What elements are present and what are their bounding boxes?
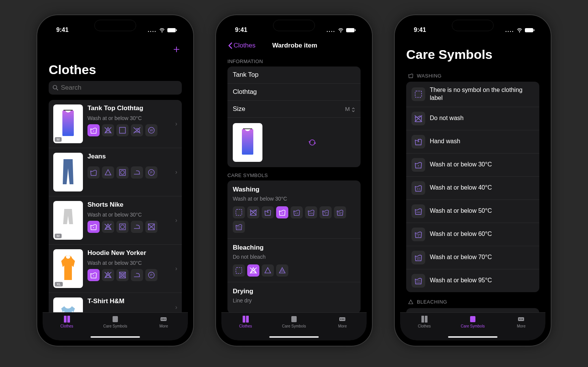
- status-time: 9:41: [56, 27, 68, 33]
- bleach-icon[interactable]: [262, 264, 274, 277]
- status-time: 9:41: [414, 27, 426, 33]
- clothing-thumbnail: M: [53, 201, 83, 240]
- reference-row[interactable]: Wash at or below 30°C: [406, 153, 539, 177]
- refresh-icon: [308, 138, 316, 147]
- clothing-thumbnail: M: [53, 104, 83, 143]
- wash-hand-icon: [412, 135, 425, 149]
- home-indicator[interactable]: [91, 336, 140, 338]
- search-input[interactable]: [61, 84, 178, 92]
- wash-30-icon: [87, 124, 100, 136]
- tab-care-symbols[interactable]: Care Symbols: [448, 315, 497, 336]
- no-symbol-icon[interactable]: [233, 264, 245, 277]
- clothing-thumbnail: [53, 297, 83, 312]
- bleach-no-icon[interactable]: [247, 264, 259, 277]
- bleaching-desc: Do not bleach: [233, 254, 355, 260]
- wash-no-icon[interactable]: [247, 206, 259, 218]
- bleach-nc-icon[interactable]: [276, 264, 288, 277]
- bleach-no-icon: [102, 269, 114, 281]
- svg-point-52: [522, 319, 523, 320]
- clothes-row[interactable]: XL Hoodie New Yorker Wash at or below 30…: [49, 245, 182, 293]
- bleach-icon: [408, 299, 414, 305]
- reference-row[interactable]: Do not wash: [406, 107, 539, 130]
- wash-no-icon: [412, 112, 425, 125]
- reference-row[interactable]: Hand wash: [406, 130, 539, 153]
- iron-icon: [131, 221, 143, 233]
- clothing-name: T-Shirt H&M: [87, 297, 171, 305]
- clothes-row[interactable]: M Shorts Nike Wash at or below 30°C: [49, 196, 182, 245]
- section-header: CARE SYMBOLS: [221, 167, 367, 180]
- reference-row[interactable]: Wash at or below 95°C: [406, 269, 539, 292]
- section-header-bleaching: BLEACHING: [406, 292, 539, 308]
- clothing-image[interactable]: [233, 123, 262, 162]
- wash-50-icon[interactable]: [305, 206, 317, 218]
- svg-rect-34: [113, 316, 118, 322]
- proc-w-icon: [145, 124, 157, 136]
- more-icon: [338, 315, 347, 323]
- wash-icon: [87, 166, 100, 179]
- proc-p-icon: [145, 166, 157, 179]
- bleaching-title: Bleaching: [233, 244, 355, 252]
- svg-point-37: [163, 319, 164, 320]
- bleach-icon: [102, 166, 114, 179]
- tab-clothes[interactable]: Clothes: [43, 315, 91, 336]
- reference-row[interactable]: Wash at or below 40°C: [406, 177, 539, 200]
- wash-40-icon: [412, 181, 425, 195]
- svg-rect-48: [470, 316, 475, 322]
- home-indicator[interactable]: [448, 336, 497, 338]
- no-symbol-icon[interactable]: [233, 206, 245, 218]
- search-field[interactable]: [49, 81, 182, 95]
- iron-no-icon: [131, 124, 143, 136]
- search-icon: [52, 85, 59, 91]
- info-card: Tank Top Clothtag Size M: [227, 66, 361, 167]
- reference-row[interactable]: Wash at or below 60°C: [406, 223, 539, 246]
- chevron-right-icon: ›: [175, 169, 177, 176]
- wash-95-icon[interactable]: [233, 221, 245, 233]
- wash-30-icon[interactable]: [276, 206, 288, 218]
- drying-desc: Line dry: [233, 297, 355, 304]
- label-icon: [289, 315, 299, 323]
- tab-more[interactable]: More: [140, 315, 188, 336]
- reference-row[interactable]: There is no symbol on the clothing label: [406, 308, 539, 312]
- wash-40-icon[interactable]: [291, 206, 303, 218]
- back-button[interactable]: Clothes: [227, 42, 256, 49]
- refresh-button[interactable]: [269, 138, 355, 147]
- size-badge: XL: [55, 282, 63, 286]
- wash-hand-icon[interactable]: [262, 206, 274, 218]
- no-symbol-icon: [412, 87, 425, 101]
- reference-row[interactable]: Wash at or below 50°C: [406, 200, 539, 223]
- clothes-row[interactable]: M Tank Top Clothtag Wash at or below 30°…: [49, 100, 182, 148]
- clothing-thumbnail: XL: [53, 249, 83, 288]
- label-icon: [468, 315, 477, 323]
- size-field[interactable]: Size M: [227, 101, 361, 118]
- home-indicator[interactable]: [269, 336, 319, 338]
- clothes-row[interactable]: T-Shirt H&M ›: [49, 293, 182, 312]
- clothes-row[interactable]: Jeans ›: [49, 148, 182, 196]
- svg-point-50: [519, 319, 520, 320]
- clothing-care-text: Wash at or below 30°C: [87, 115, 171, 121]
- proc-p-icon: [145, 269, 157, 281]
- reference-row[interactable]: There is no symbol on the clothing label: [406, 82, 539, 107]
- svg-point-31: [53, 85, 57, 89]
- wardrobe-icon: [241, 315, 250, 323]
- tab-clothes[interactable]: Clothes: [400, 315, 448, 336]
- tab-care-symbols[interactable]: Care Symbols: [270, 315, 318, 336]
- tab-more[interactable]: More: [318, 315, 367, 336]
- tab-care-symbols[interactable]: Care Symbols: [91, 315, 139, 336]
- status-time: 9:41: [235, 27, 247, 33]
- wash-60-icon[interactable]: [319, 206, 332, 218]
- brand-field[interactable]: Clothtag: [227, 84, 361, 101]
- svg-point-36: [162, 319, 162, 320]
- size-badge: M: [55, 234, 62, 238]
- washing-title: Washing: [233, 186, 355, 193]
- chevron-right-icon: ›: [175, 217, 177, 224]
- add-button[interactable]: ＋: [49, 42, 182, 56]
- wash-70-icon[interactable]: [334, 206, 346, 218]
- clothing-name: Jeans: [87, 153, 171, 160]
- clothing-care-text: Wash at or below 30°C: [87, 260, 171, 266]
- svg-point-45: [343, 319, 344, 320]
- name-field[interactable]: Tank Top: [227, 66, 361, 84]
- reference-row[interactable]: Wash at or below 70°C: [406, 246, 539, 269]
- label-icon: [111, 315, 120, 323]
- tab-clothes[interactable]: Clothes: [221, 315, 270, 336]
- tab-more[interactable]: More: [497, 315, 545, 336]
